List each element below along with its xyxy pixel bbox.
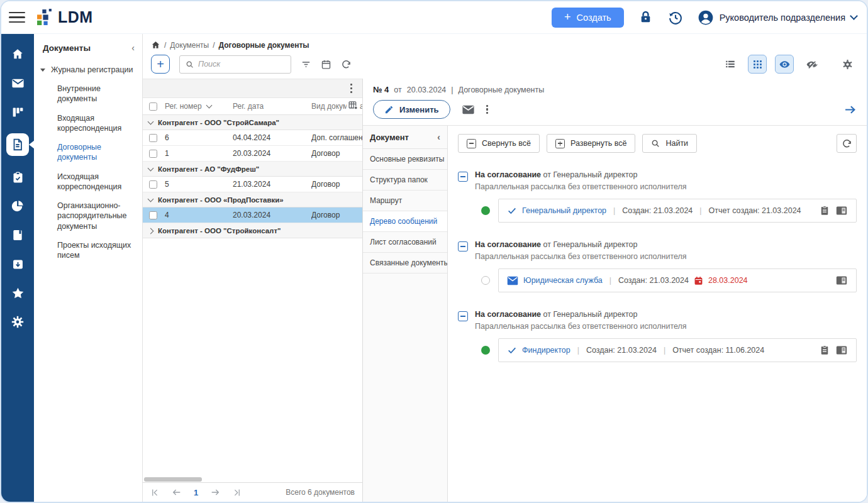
preview-off-icon[interactable] (802, 55, 821, 74)
documents-sidebar: Документы ‹ Журналы регистрации Внутренн… (34, 34, 143, 502)
report-card-icon[interactable] (835, 275, 848, 286)
history-icon[interactable] (667, 9, 684, 26)
select-all-checkbox[interactable] (149, 102, 157, 111)
message-card[interactable]: Юридическая служба Создан: 21.03.2024 28… (498, 268, 857, 292)
grid-view-icon[interactable] (748, 55, 767, 74)
document-title: № 4 от 20.03.2024 | Договорные документы (373, 85, 857, 94)
message-group: На согласование от Генеральный директор … (458, 310, 857, 362)
group-header[interactable]: Контрагент - ООО «ПродПоставки» (143, 192, 362, 207)
status-done-icon (481, 206, 490, 215)
status-pending-icon (481, 276, 490, 285)
first-page-icon[interactable] (150, 488, 160, 497)
collapse-group-icon[interactable] (458, 241, 468, 252)
favorites-icon[interactable] (10, 285, 25, 301)
collapse-group-icon[interactable] (458, 172, 468, 182)
tab-message-tree[interactable]: Дерево сообщений (363, 211, 447, 232)
reports-icon[interactable] (10, 199, 25, 214)
row-checkbox[interactable] (149, 134, 157, 142)
row-checkbox[interactable] (149, 211, 157, 219)
send-mail-icon[interactable] (461, 102, 476, 117)
breadcrumb-root[interactable]: Документы (170, 41, 209, 50)
current-page[interactable]: 1 (194, 488, 198, 497)
filter-icon[interactable] (301, 59, 311, 70)
approval-sheet-icon[interactable] (819, 205, 830, 216)
tab-folder-structure[interactable]: Структура папок (363, 170, 447, 191)
list-more-icon[interactable] (350, 84, 352, 93)
collapse-all-button[interactable]: Свернуть всё (458, 134, 540, 153)
document-more-icon[interactable] (486, 105, 488, 114)
minus-square-icon (467, 139, 476, 148)
table-row-selected[interactable]: 4 20.03.2024 Договор (143, 207, 362, 223)
view-settings-icon[interactable] (838, 55, 857, 74)
document-tabs: Документ ‹ Основные реквизиты Структура … (363, 126, 448, 502)
create-button[interactable]: + Создать (552, 8, 624, 28)
row-checkbox[interactable] (149, 180, 157, 189)
prev-page-icon[interactable] (172, 487, 182, 497)
table-row[interactable]: 1 20.03.2024 Договор (143, 146, 362, 162)
tab-main-details[interactable]: Основные реквизиты (363, 149, 447, 170)
row-checkbox[interactable] (149, 150, 157, 158)
active-notch (29, 140, 35, 149)
group-header[interactable]: Контрагент - ООО "СтройСамара" (143, 115, 362, 130)
expand-all-button[interactable]: Развернуть всё (547, 134, 635, 153)
message-card[interactable]: Генеральный директор Создан: 21.03.2024 … (498, 199, 857, 223)
board-icon[interactable] (10, 104, 25, 119)
sidebar-item-drafts[interactable]: Проекты исходящих писем (34, 236, 142, 265)
lock-icon[interactable] (638, 9, 654, 25)
divider (664, 346, 665, 355)
user-menu[interactable]: Руководитель подразделения (698, 9, 857, 26)
app-window: LDM + Создать Руководитель подразделения (0, 0, 868, 503)
add-document-button[interactable]: + (151, 55, 170, 74)
tabs-collapse-icon[interactable]: ‹ (437, 132, 440, 142)
tab-route[interactable]: Маршрут (363, 191, 447, 211)
recipient-link[interactable]: Финдиректор (522, 346, 570, 355)
sidebar-item-outgoing[interactable]: Исходящая корреспонденция (34, 167, 142, 197)
sidebar-item-org[interactable]: Организационно-распорядительные документ… (34, 196, 142, 236)
report-card-icon[interactable] (835, 205, 848, 216)
recipient-link[interactable]: Юридическая служба (523, 276, 603, 285)
refresh-tree-icon[interactable] (837, 134, 857, 153)
deadline-date: 28.03.2024 (708, 276, 748, 285)
mail-icon[interactable] (10, 75, 25, 91)
sidebar-item-incoming[interactable]: Входящая корреспонденция (34, 109, 142, 138)
edit-button[interactable]: Изменить (373, 100, 450, 119)
settings-icon[interactable] (10, 314, 25, 329)
horizontal-scrollbar[interactable] (143, 477, 362, 482)
column-settings-icon[interactable] (347, 100, 360, 111)
documents-icon[interactable] (6, 133, 29, 156)
message-card[interactable]: Финдиректор Создан: 21.03.2024 Отчет соз… (498, 338, 857, 362)
group-header-collapsed[interactable]: Контрагент - ООО "Стройконсалт" (143, 223, 362, 238)
brand-name: LDM (58, 8, 93, 26)
refresh-icon[interactable] (341, 59, 352, 70)
tree-group-journals[interactable]: Журналы регистрации (34, 62, 142, 79)
home-icon[interactable] (10, 47, 25, 62)
recipient-link[interactable]: Генеральный директор (522, 206, 606, 215)
last-page-icon[interactable] (232, 488, 242, 497)
list-view-icon[interactable] (721, 55, 740, 74)
approval-sheet-icon[interactable] (819, 345, 830, 356)
sidebar-item-internal[interactable]: Внутренние документы (34, 79, 142, 109)
search-input[interactable] (198, 60, 285, 69)
tab-related-docs[interactable]: Связанные документы (363, 253, 447, 274)
table-row[interactable]: 6 04.04.2024 Доп. соглашение (143, 130, 362, 146)
journal-icon[interactable] (10, 228, 25, 243)
open-full-icon[interactable] (843, 103, 857, 116)
home-breadcrumb-icon[interactable] (151, 40, 160, 50)
table-row[interactable]: 5 21.03.2024 Договор (143, 177, 362, 192)
hamburger-menu-icon[interactable] (9, 12, 25, 23)
find-button[interactable]: Найти (642, 134, 697, 153)
report-card-icon[interactable] (835, 345, 848, 356)
calendar-icon[interactable] (321, 59, 331, 70)
next-page-icon[interactable] (210, 487, 220, 497)
sidebar-item-contracts[interactable]: Договорные документы (34, 138, 142, 167)
column-reg-number[interactable]: Рег. номер (165, 102, 233, 111)
collapse-group-icon[interactable] (458, 311, 468, 321)
tasks-icon[interactable] (10, 170, 25, 185)
column-reg-date[interactable]: Рег. дата (233, 102, 311, 111)
group-header[interactable]: Контрагент - АО "ФудФреш" (143, 162, 362, 177)
preview-on-icon[interactable] (775, 55, 794, 74)
sidebar-collapse-icon[interactable]: ‹ (131, 43, 135, 53)
tab-approval-sheet[interactable]: Лист согласований (363, 232, 447, 253)
search-box[interactable] (179, 55, 291, 74)
archive-icon[interactable] (10, 257, 25, 272)
